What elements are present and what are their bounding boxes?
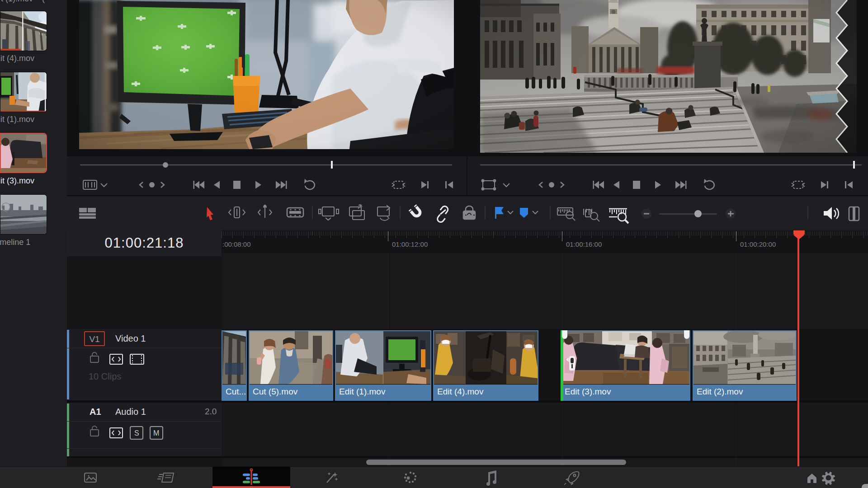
svg-text:S: S bbox=[134, 429, 139, 437]
svg-text:M: M bbox=[153, 429, 159, 437]
